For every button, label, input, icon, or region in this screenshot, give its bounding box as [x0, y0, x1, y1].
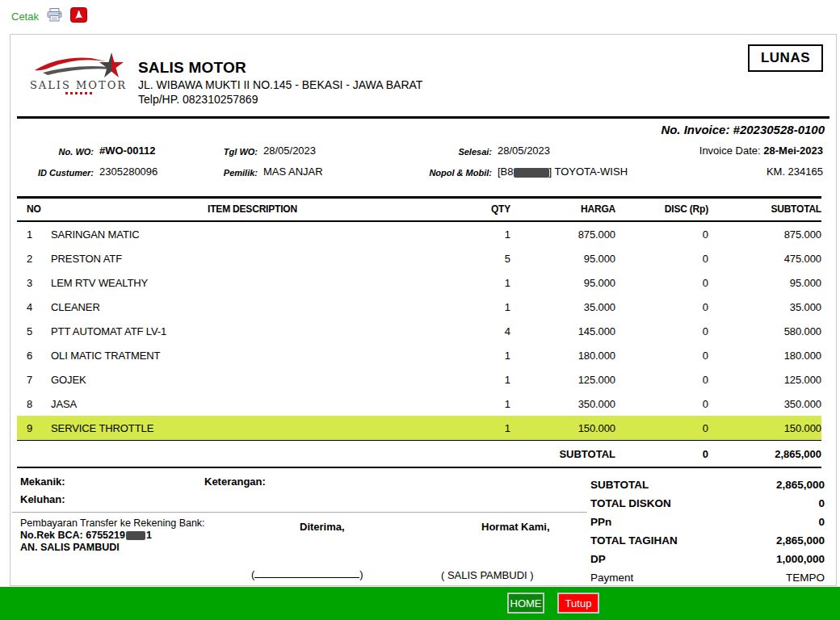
col-header-subtotal: SUBTOTAL: [708, 203, 821, 215]
cell-subtotal: 95.000: [708, 277, 821, 289]
bank-payment-info: Pembayaran Transfer ke Rekening Bank: No…: [20, 517, 205, 554]
cell-description: PTT AUTOMAT ATF LV-1: [51, 325, 454, 337]
totals-row-label: TOTAL DISKON: [590, 497, 671, 509]
cell-description: SARINGAN MATIC: [51, 228, 454, 241]
footer-bar: HOME Tutup: [0, 587, 840, 620]
cell-disc: 0: [615, 325, 708, 337]
cell-no: 1: [17, 228, 51, 241]
col-header-no: NO: [17, 203, 51, 215]
pemilik-value: MAS ANJAR: [263, 165, 323, 178]
paren-close: ): [359, 568, 363, 580]
items-table: NO ITEM DESCRIPTION QTY HARGA DISC (Rp) …: [17, 196, 821, 468]
cell-harga: 875.000: [510, 228, 615, 241]
nopol-suffix: ] TOYOTA-WISH: [549, 165, 628, 178]
cell-disc: 0: [615, 350, 708, 362]
cell-subtotal: 125.000: [708, 374, 821, 386]
tutup-close-button[interactable]: Tutup: [557, 593, 599, 614]
payment-section-divider: [12, 512, 587, 513]
cell-subtotal: 350.000: [708, 398, 821, 410]
rek-prefix: No.Rek BCA: 6755219: [20, 530, 125, 541]
bank-account-name: AN. SALIS PAMBUDI: [20, 542, 205, 554]
tgl-wo-value: 28/05/2023: [263, 145, 316, 157]
totals-row-value: 0: [818, 516, 825, 528]
cell-harga: 35.000: [510, 301, 615, 313]
items-table-body: 1 SARINGAN MATIC 1 875.000 0 875.000 2 P…: [17, 222, 821, 441]
company-name: SALIS MOTOR: [138, 59, 422, 77]
no-wo-value: #WO-00112: [99, 145, 155, 157]
cell-disc: 0: [615, 422, 708, 434]
tgl-wo-label: Tgl WO:: [172, 147, 258, 157]
subtotal-row-disc: 0: [615, 448, 708, 460]
cell-no: 5: [17, 325, 51, 337]
cell-subtotal: 180.000: [708, 350, 821, 362]
invoice-date-label: Invoice Date:: [699, 145, 761, 157]
printer-icon[interactable]: [47, 8, 62, 25]
hormat-kami-label: Hormat Kami,: [481, 521, 550, 533]
table-row: 9 SERVICE THROTTLE 1 150.000 0 150.000: [17, 416, 821, 440]
table-row: 2 PRESTON ATF 5 95.000 0 475.000: [17, 246, 821, 270]
status-badge: LUNAS: [748, 44, 823, 72]
table-row: 5 PTT AUTOMAT ATF LV-1 4 145.000 0 580.0…: [17, 319, 821, 343]
totals-row-label: DP: [590, 553, 606, 565]
invoice-number: No. Invoice: #20230528-0100: [661, 123, 825, 136]
table-row: 6 OLI MATIC TRATMENT 1 180.000 0 180.000: [17, 343, 821, 367]
invoice-date-value: 28-Mei-2023: [763, 145, 823, 157]
signature-blank-line: [254, 568, 359, 578]
cetak-print-link[interactable]: Cetak: [11, 10, 39, 23]
cell-harga: 125.000: [510, 374, 615, 386]
cell-disc: 0: [615, 228, 708, 241]
cell-disc: 0: [615, 301, 708, 313]
totals-row-value: TEMPO: [786, 572, 825, 584]
cell-qty: 1: [454, 301, 510, 313]
diterima-label: Diterima,: [300, 521, 345, 533]
totals-row: PPn 0: [590, 513, 825, 531]
totals-row-value: 2,865,000: [776, 479, 825, 491]
pdf-icon[interactable]: [70, 7, 87, 26]
company-phone: Telp/HP. 082310257869: [138, 93, 422, 106]
issuer-signature-name: ( SALIS PAMBUDI ): [441, 569, 534, 581]
cell-disc: 0: [615, 374, 708, 386]
table-row: 7 GOJEK 1 125.000 0 125.000: [17, 367, 821, 392]
cell-qty: 1: [454, 374, 510, 386]
rek-suffix: 1: [146, 530, 152, 541]
nopol-prefix: [B8: [498, 165, 514, 178]
cell-harga: 350.000: [510, 398, 615, 410]
table-row: 3 LEM RTV WEALTHY 1 95.000 0 95.000: [17, 270, 821, 295]
id-customer-value: 2305280096: [99, 165, 158, 178]
keluhan-label: Keluhan:: [20, 493, 65, 505]
cell-harga: 180.000: [510, 350, 615, 362]
cell-harga: 150.000: [510, 422, 615, 434]
cell-no: 9: [17, 422, 51, 434]
redacted-account-digits: [126, 531, 145, 540]
table-row: 4 CLEANER 1 35.000 0 35.000: [17, 295, 821, 319]
cell-subtotal: 875.000: [708, 228, 821, 241]
cell-no: 2: [17, 253, 51, 265]
cell-description: OLI MATIC TRATMENT: [51, 350, 454, 362]
col-header-harga: HARGA: [510, 203, 615, 215]
cell-qty: 1: [454, 422, 510, 434]
home-button[interactable]: HOME: [507, 593, 544, 614]
svg-text:SALIS MOTOR: SALIS MOTOR: [30, 79, 127, 91]
cell-description: JASA: [51, 398, 454, 410]
company-address: JL. WIBAWA MUKTI II NO.145 - BEKASI - JA…: [138, 78, 422, 91]
work-order-details: No. WO: #WO-00112 Tgl WO: 28/05/2023 Sel…: [10, 145, 836, 191]
totals-row: Payment TEMPO: [590, 568, 825, 587]
totals-row-value: 1,000,000: [776, 553, 825, 565]
cell-subtotal: 150.000: [708, 422, 821, 434]
cell-description: CLEANER: [51, 301, 454, 313]
bank-account-number: No.Rek BCA: 67552191: [20, 530, 205, 542]
selesai-value: 28/05/2023: [498, 145, 550, 157]
totals-row-label: TOTAL TAGIHAN: [590, 534, 678, 547]
cell-no: 7: [17, 374, 51, 386]
totals-row: TOTAL TAGIHAN 2,865,000: [590, 531, 825, 550]
km-value: KM. 234165: [766, 165, 823, 178]
cell-disc: 0: [615, 398, 708, 410]
cell-harga: 95.000: [510, 277, 615, 289]
cell-description: SERVICE THROTTLE: [51, 422, 454, 434]
redacted-plate-number: [514, 168, 549, 178]
col-header-qty: QTY: [454, 203, 510, 215]
cell-qty: 1: [454, 277, 510, 289]
cell-description: LEM RTV WEALTHY: [51, 277, 454, 289]
cell-qty: 1: [454, 350, 510, 362]
nopol-value: [B8] TOYOTA-WISH: [498, 165, 628, 178]
